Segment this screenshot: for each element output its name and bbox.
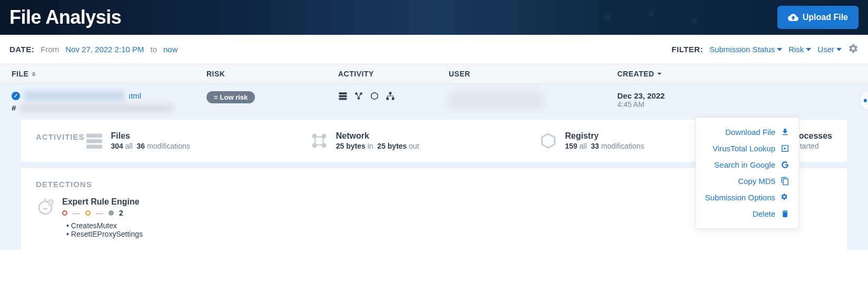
external-link-icon	[781, 144, 790, 153]
caret-down-icon	[836, 48, 842, 51]
gears-icon	[781, 193, 790, 202]
user-cell	[449, 91, 617, 109]
svg-rect-7	[387, 98, 389, 100]
svg-rect-0	[339, 92, 347, 94]
column-user[interactable]: USER	[449, 70, 617, 78]
page-banner: File Analysis Upload File	[0, 0, 868, 35]
right-filters: FILTER: Submission Status Risk User	[672, 43, 859, 55]
filter-bar: DATE: From Nov 27, 2022 2:10 PM to now F…	[0, 35, 868, 64]
detection-item: ResetIEProxySettings	[66, 230, 143, 238]
menu-delete[interactable]: Delete	[696, 206, 799, 222]
network-icon	[354, 91, 363, 101]
svg-rect-9	[86, 134, 102, 138]
column-created[interactable]: CREATED	[617, 70, 802, 78]
row-actions-dropdown: Download File VirusTotal Lookup Search i…	[695, 117, 800, 229]
download-icon	[781, 128, 790, 137]
svg-point-15	[321, 143, 326, 148]
filter-user[interactable]: User	[817, 45, 842, 54]
created-time: 4:45 AM	[617, 100, 802, 109]
settings-button[interactable]	[848, 43, 859, 55]
server-icon	[338, 91, 348, 101]
table-header: FILE RISK ACTIVITY USER CREATED	[0, 64, 868, 84]
file-extension: ıtml	[129, 91, 141, 100]
copy-icon	[781, 177, 790, 186]
registry-icon	[539, 131, 558, 150]
hash-prefix: #	[12, 103, 16, 112]
svg-point-14	[312, 143, 317, 148]
filename-redacted	[24, 92, 124, 100]
created-date: Dec 23, 2022	[617, 91, 802, 100]
gear-icon	[848, 43, 859, 54]
date-label: DATE:	[9, 45, 34, 54]
severity-low-icon	[108, 210, 114, 216]
column-activity[interactable]: ACTIVITY	[338, 70, 449, 78]
upload-file-button[interactable]: Upload File	[777, 6, 859, 29]
page-title: File Analysis	[9, 6, 121, 28]
filter-risk[interactable]: Risk	[788, 45, 811, 54]
status-check-icon	[12, 92, 20, 100]
svg-rect-11	[86, 145, 102, 149]
table-row[interactable]: ıtml # Low risk Dec 23, 2022 4:45 AM •••	[0, 84, 868, 120]
trash-icon	[781, 209, 790, 218]
svg-point-5	[358, 97, 360, 100]
detection-list: CreatesMutex ResetIEProxySettings	[66, 221, 143, 238]
from-label: From	[41, 45, 59, 54]
activities-title: ACTIVITIES	[36, 132, 85, 141]
menu-virustotal-lookup[interactable]: VirusTotal Lookup	[696, 140, 799, 157]
svg-rect-8	[392, 98, 394, 100]
cloud-upload-icon	[788, 12, 798, 23]
severity-high-icon	[62, 210, 67, 216]
menu-download-file[interactable]: Download File	[696, 124, 799, 140]
hash-redacted	[20, 104, 173, 112]
column-file[interactable]: FILE	[12, 70, 206, 78]
google-icon	[781, 160, 790, 169]
file-cell: ıtml #	[12, 91, 206, 112]
date-from-value[interactable]: Nov 27, 2022 2:10 PM	[65, 45, 144, 54]
network-icon	[310, 131, 329, 150]
filter-submission-status[interactable]: Submission Status	[709, 45, 782, 54]
severity-indicators: — — 2	[62, 209, 143, 217]
caret-down-icon	[777, 48, 782, 51]
activity-files[interactable]: Files 304 all 36 modifications	[85, 131, 190, 150]
menu-search-google[interactable]: Search in Google	[696, 157, 799, 173]
row-actions-button[interactable]: •••	[861, 91, 868, 110]
activity-cell	[338, 91, 449, 101]
svg-rect-1	[339, 95, 347, 98]
sort-icon	[32, 72, 36, 76]
risk-cell: Low risk	[206, 91, 338, 103]
svg-point-13	[321, 134, 326, 139]
severity-medium-icon	[85, 210, 91, 216]
user-redacted	[449, 91, 544, 109]
activity-network[interactable]: Network 25 bytes in 25 bytes out	[310, 131, 419, 150]
server-icon	[85, 131, 104, 150]
svg-rect-10	[86, 139, 102, 143]
sort-desc-icon	[657, 73, 662, 75]
detection-engine-name: Expert Rule Engine	[62, 197, 143, 207]
activity-registry[interactable]: Registry 159 all 33 modifications	[539, 131, 644, 150]
created-cell: Dec 23, 2022 4:45 AM	[617, 91, 802, 109]
menu-copy-md5[interactable]: Copy MD5	[696, 173, 799, 189]
svg-rect-2	[339, 98, 347, 100]
svg-point-12	[312, 134, 317, 139]
filter-label: FILTER:	[672, 45, 703, 54]
caret-down-icon	[806, 48, 811, 51]
column-risk[interactable]: RISK	[206, 70, 338, 78]
detection-item: CreatesMutex	[66, 221, 143, 230]
detection-engine-icon	[36, 197, 55, 216]
detection-count: 2	[119, 209, 123, 217]
svg-rect-6	[389, 92, 392, 95]
risk-badge: Low risk	[206, 91, 255, 103]
to-label: to	[150, 45, 157, 54]
date-filter: DATE: From Nov 27, 2022 2:10 PM to now	[9, 45, 178, 54]
date-to-value[interactable]: now	[163, 45, 178, 54]
menu-submission-options[interactable]: Submission Options	[696, 189, 799, 206]
processes-icon	[386, 91, 395, 101]
registry-icon	[370, 91, 379, 101]
